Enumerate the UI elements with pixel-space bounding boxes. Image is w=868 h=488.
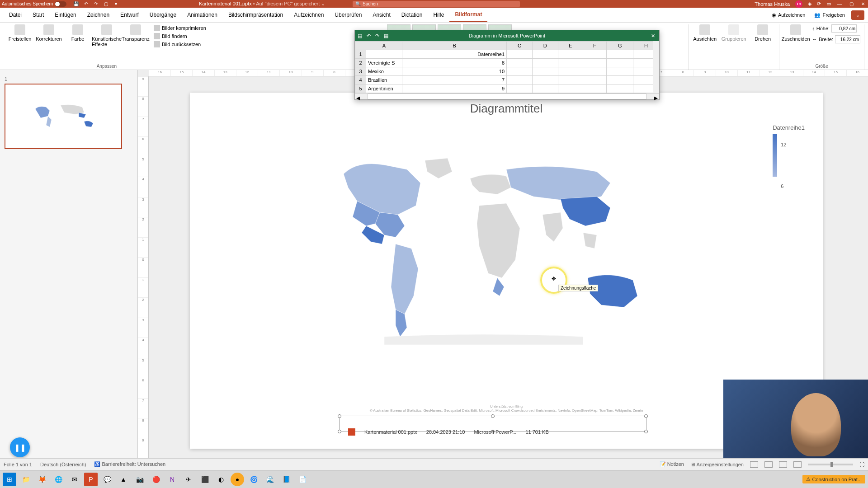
username-label[interactable]: Thomas Hruska	[755, 1, 790, 7]
avatar[interactable]: TH	[795, 0, 802, 8]
save-icon[interactable]: 💾	[73, 1, 79, 7]
ribbon-mode-icon[interactable]: ▭	[826, 1, 831, 7]
slideshow-view-button[interactable]	[793, 461, 802, 468]
height-input[interactable]	[831, 24, 857, 33]
tab-bildschirm[interactable]: Bildschirmpräsentation	[223, 8, 288, 22]
tab-zeichnen[interactable]: Zeichnen	[82, 8, 115, 22]
slide-thumbnails-panel[interactable]: 1	[0, 70, 138, 458]
telegram-icon[interactable]: ✈	[182, 473, 195, 486]
tab-uebergaenge[interactable]: Übergänge	[144, 8, 182, 22]
data-grid[interactable]: ABCDEFGH 1Datenreihe12Vereinigte S83Mexi…	[355, 41, 659, 93]
accessibility-status[interactable]: ♿ Barrierefreiheit: Untersuchen	[94, 461, 165, 467]
document-title[interactable]: Kartenmaterial 001.pptx • Auf "diesem PC…	[199, 1, 325, 7]
app-icon[interactable]: ⬛	[198, 473, 212, 486]
chart-data-editor[interactable]: ▤ ↶ ↷ ▦ Diagramm in Microsoft PowerPoint…	[354, 30, 660, 100]
world-map-chart[interactable]	[316, 147, 651, 346]
explorer-icon[interactable]: 📁	[19, 473, 33, 486]
slide-counter[interactable]: Folie 1 von 1	[4, 462, 32, 467]
app-icon[interactable]: ◐	[214, 473, 228, 486]
app-icon[interactable]: 💬	[100, 473, 114, 486]
tab-aufzeichnen[interactable]: Aufzeichnen	[288, 8, 329, 22]
autosave-toggle[interactable]: Automatisches Speichern	[2, 1, 66, 7]
bild-aendern-button[interactable]: Bild ändern	[154, 33, 206, 40]
more-icon[interactable]: ▾	[113, 1, 119, 7]
edge-icon[interactable]: 🌊	[263, 473, 277, 486]
present-icon[interactable]: ▢	[103, 1, 109, 7]
group-anpassen-label: Anpassen	[97, 63, 117, 70]
display-settings-button[interactable]: 🖥 Anzeigeeinstellungen	[690, 462, 744, 467]
vertical-scrollbar[interactable]	[653, 41, 659, 93]
windows-taskbar[interactable]: ⊞ 📁 🦊 🌐 ✉ P 💬 ▲ 📷 🔴 N ✈ ⬛ ◐ ● 🌀 🌊 📘 📄 ⚠ …	[0, 470, 868, 488]
data-editor-titlebar[interactable]: ▤ ↶ ↷ ▦ Diagramm in Microsoft PowerPoint…	[355, 30, 659, 41]
tab-dictation[interactable]: Dictation	[396, 8, 428, 22]
fit-to-window-button[interactable]: ⛶	[859, 462, 864, 467]
tab-bildformat[interactable]: Bildformat	[449, 8, 487, 22]
app-icon[interactable]: 🔴	[149, 473, 163, 486]
komprimieren-button[interactable]: Bilder komprimieren	[154, 24, 206, 32]
tab-animationen[interactable]: Animationen	[182, 8, 223, 22]
powerpoint-icon[interactable]: P	[84, 473, 98, 486]
notes-button[interactable]: 📝 Notizen	[660, 461, 684, 467]
zoom-slider[interactable]	[808, 464, 853, 465]
vlc-icon[interactable]: ▲	[117, 473, 130, 486]
redo-icon[interactable]: ↷	[93, 1, 99, 7]
sync-icon[interactable]: ⟳	[817, 1, 821, 7]
app-icon[interactable]: 📄	[296, 473, 309, 486]
undo-icon[interactable]: ↶	[83, 1, 89, 7]
app-icon[interactable]: 📘	[279, 473, 293, 486]
tab-entwurf[interactable]: Entwurf	[115, 8, 144, 22]
toggle-switch-icon[interactable]	[55, 1, 66, 7]
recording-pause-button[interactable]: ❚❚	[10, 437, 30, 457]
minimize-button[interactable]: —	[836, 1, 843, 7]
freigeben-button[interactable]: 👥 Freigeben	[811, 10, 848, 20]
outlook-icon[interactable]: ✉	[68, 473, 81, 486]
zuruecksetzen-button[interactable]: Bild zurücksetzen	[154, 41, 206, 48]
close-button[interactable]: ✕	[860, 1, 866, 7]
korrekturen-button[interactable]: Korrekturen	[36, 24, 61, 42]
freistellen-button[interactable]: Freistellen	[7, 24, 33, 42]
sorter-view-button[interactable]	[764, 461, 773, 468]
tab-einfuegen[interactable]: Einfügen	[49, 8, 81, 22]
tab-ansicht[interactable]: Ansicht	[367, 8, 396, 22]
diamond-icon[interactable]: ◈	[808, 1, 811, 7]
farbe-button[interactable]: Farbe	[65, 24, 90, 42]
app-icon[interactable]: 📷	[133, 473, 146, 486]
tab-ueberpruefen[interactable]: Überprüfen	[329, 8, 367, 22]
width-spinner[interactable]: ↔ Breite:	[812, 35, 860, 43]
height-spinner[interactable]: ↕ Höhe:	[812, 24, 860, 33]
aufzeichnen-button[interactable]: ◉ Aufzeichnen	[769, 10, 808, 20]
app-icon[interactable]: 🌀	[247, 473, 260, 486]
tab-hilfe[interactable]: Hilfe	[428, 8, 449, 22]
zuschneiden-button[interactable]: Zuschneiden	[783, 24, 808, 42]
effekte-button[interactable]: Künstlerische Effekte	[94, 24, 119, 47]
data-editor-close-button[interactable]: ✕	[649, 33, 656, 39]
drehen-button[interactable]: Drehen	[750, 24, 775, 42]
tab-start[interactable]: Start	[27, 8, 49, 22]
de-undo-icon[interactable]: ↶	[367, 33, 371, 39]
search-input[interactable]: 🔍 Suchen	[353, 1, 520, 7]
language-indicator[interactable]: Deutsch (Österreich)	[40, 462, 86, 467]
start-button[interactable]: ⊞	[3, 473, 16, 486]
gruppieren-button[interactable]: Gruppieren	[721, 24, 746, 42]
horizontal-scrollbar[interactable]: ◂▸	[355, 93, 659, 99]
de-redo-icon[interactable]: ↷	[375, 33, 379, 39]
chrome-icon[interactable]: 🌐	[52, 473, 65, 486]
slide-thumbnail[interactable]	[5, 84, 122, 149]
de-menu-icon[interactable]: ▤	[358, 33, 362, 39]
tab-datei[interactable]: Datei	[4, 8, 27, 22]
width-input[interactable]	[835, 35, 860, 43]
chart-title[interactable]: Diagrammtitel	[190, 102, 823, 116]
normal-view-button[interactable]	[750, 461, 758, 468]
recorder-icon[interactable]: ●	[231, 473, 244, 486]
traffic-widget[interactable]: ⚠ Construction on Prat...	[802, 475, 865, 483]
firefox-icon[interactable]: 🦊	[35, 473, 49, 486]
share-arrow-button[interactable]: ⌄	[851, 10, 864, 20]
ausrichten-button[interactable]: Ausrichten	[692, 24, 717, 42]
maximize-button[interactable]: ▢	[848, 1, 854, 7]
transparenz-button[interactable]: Transparenz	[123, 24, 148, 42]
onenote-icon[interactable]: N	[165, 473, 179, 486]
de-grid-icon[interactable]: ▦	[384, 33, 388, 39]
reading-view-button[interactable]	[779, 461, 787, 468]
chart-legend[interactable]: Datenreihe1 12 6	[773, 124, 805, 177]
embedded-file-row[interactable]: Kartenmaterial 001.pptx 28.04.2023 21:10…	[348, 427, 646, 437]
